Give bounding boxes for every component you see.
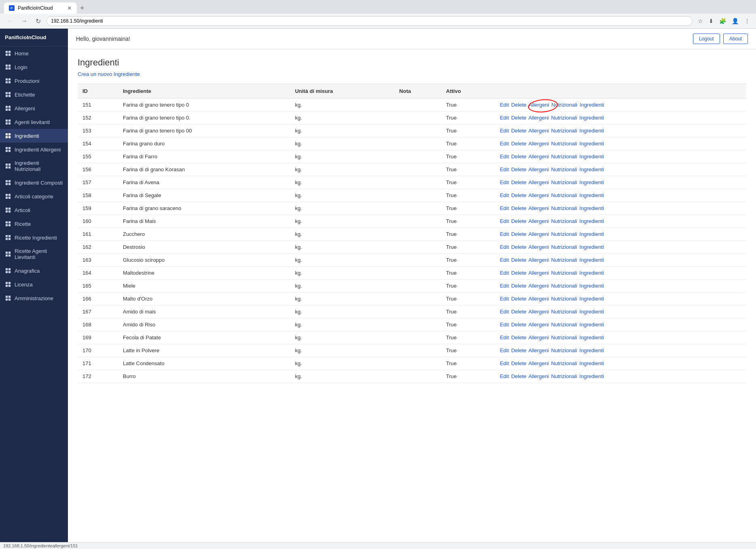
- sidebar-item-anagrafica[interactable]: Anagrafica: [0, 264, 68, 278]
- ingredienti-link[interactable]: Ingredienti: [579, 360, 604, 366]
- sidebar-item-ricette-ingredienti[interactable]: Ricette Ingredienti: [0, 231, 68, 244]
- edit-link[interactable]: Edit: [500, 179, 509, 185]
- delete-link[interactable]: Delete: [511, 205, 526, 211]
- delete-link[interactable]: Delete: [511, 102, 526, 108]
- sidebar-item-articoli[interactable]: Articoli: [0, 203, 68, 217]
- edit-link[interactable]: Edit: [500, 373, 509, 379]
- delete-link[interactable]: Delete: [511, 296, 526, 302]
- nutrizionali-link[interactable]: Nutrizionali: [551, 166, 577, 172]
- create-link[interactable]: Crea un nuovo Ingrediente: [78, 71, 140, 77]
- sidebar-item-ingredienti-allergeni[interactable]: Ingredienti Allergeni: [0, 143, 68, 156]
- logout-button[interactable]: Logout: [693, 34, 720, 44]
- ingredienti-link[interactable]: Ingredienti: [579, 218, 604, 224]
- nutrizionali-link[interactable]: Nutrizionali: [551, 141, 577, 147]
- nutrizionali-link[interactable]: Nutrizionali: [551, 218, 577, 224]
- allergeni-link[interactable]: Allergeni: [528, 128, 549, 134]
- delete-link[interactable]: Delete: [511, 334, 526, 341]
- allergeni-link[interactable]: Allergeni: [528, 179, 549, 185]
- ingredienti-link[interactable]: Ingredienti: [579, 270, 604, 276]
- sidebar-item-articoli-categorie[interactable]: Articoli categorie: [0, 189, 68, 203]
- edit-link[interactable]: Edit: [500, 270, 509, 276]
- edit-link[interactable]: Edit: [500, 309, 509, 315]
- allergeni-link[interactable]: Allergeni: [528, 270, 549, 276]
- ingredienti-link[interactable]: Ingredienti: [579, 115, 604, 121]
- delete-link[interactable]: Delete: [511, 322, 526, 328]
- delete-link[interactable]: Delete: [511, 179, 526, 185]
- edit-link[interactable]: Edit: [500, 244, 509, 250]
- sidebar-item-amministrazione[interactable]: Amministrazione: [0, 291, 68, 305]
- allergeni-link[interactable]: Allergeni: [528, 360, 549, 366]
- edit-link[interactable]: Edit: [500, 205, 509, 211]
- delete-link[interactable]: Delete: [511, 283, 526, 289]
- edit-link[interactable]: Edit: [500, 347, 509, 353]
- forward-button[interactable]: →: [19, 17, 30, 25]
- ingredienti-link[interactable]: Ingredienti: [579, 373, 604, 379]
- ingredienti-link[interactable]: Ingredienti: [579, 166, 604, 172]
- allergeni-link[interactable]: Allergeni: [528, 334, 549, 341]
- edit-link[interactable]: Edit: [500, 102, 509, 108]
- delete-link[interactable]: Delete: [511, 257, 526, 263]
- ingredienti-link[interactable]: Ingredienti: [579, 154, 604, 160]
- edit-link[interactable]: Edit: [500, 283, 509, 289]
- allergeni-link[interactable]: Allergeni: [528, 244, 549, 250]
- allergeni-link[interactable]: Allergeni: [528, 257, 549, 263]
- delete-link[interactable]: Delete: [511, 360, 526, 366]
- sidebar-item-agenti-lievitanti[interactable]: Agenti lievitanti: [0, 115, 68, 129]
- delete-link[interactable]: Delete: [511, 154, 526, 160]
- allergeni-link[interactable]: Allergeni: [528, 205, 549, 211]
- delete-link[interactable]: Delete: [511, 128, 526, 134]
- allergeni-link[interactable]: Allergeni: [528, 322, 549, 328]
- nutrizionali-link[interactable]: Nutrizionali: [551, 270, 577, 276]
- nutrizionali-link[interactable]: Nutrizionali: [551, 244, 577, 250]
- delete-link[interactable]: Delete: [511, 192, 526, 198]
- nutrizionali-link[interactable]: Nutrizionali: [551, 231, 577, 237]
- ingredienti-link[interactable]: Ingredienti: [579, 334, 604, 341]
- delete-link[interactable]: Delete: [511, 218, 526, 224]
- nutrizionali-link[interactable]: Nutrizionali: [551, 154, 577, 160]
- ingredienti-link[interactable]: Ingredienti: [580, 102, 604, 108]
- allergeni-link[interactable]: Allergeni: [528, 373, 549, 379]
- sidebar-item-login[interactable]: Login: [0, 60, 68, 74]
- allergeni-link[interactable]: Allergeni: [528, 218, 549, 224]
- delete-link[interactable]: Delete: [511, 373, 526, 379]
- ingredienti-link[interactable]: Ingredienti: [579, 179, 604, 185]
- ingredienti-link[interactable]: Ingredienti: [579, 309, 604, 315]
- allergeni-link[interactable]: Allergeni: [529, 102, 549, 108]
- sidebar-item-ricette-agenti-lievitanti[interactable]: Ricette Agenti Lievitanti: [0, 244, 68, 264]
- nutrizionali-link[interactable]: Nutrizionali: [551, 322, 577, 328]
- ingredienti-link[interactable]: Ingredienti: [579, 192, 604, 198]
- new-tab-button[interactable]: +: [77, 4, 88, 13]
- tab-close-button[interactable]: ✕: [67, 5, 72, 11]
- ingredienti-link[interactable]: Ingredienti: [579, 296, 604, 302]
- edit-link[interactable]: Edit: [500, 296, 509, 302]
- delete-link[interactable]: Delete: [511, 347, 526, 353]
- download-button[interactable]: ⬇: [707, 17, 716, 25]
- nutrizionali-link[interactable]: Nutrizionali: [551, 283, 577, 289]
- edit-link[interactable]: Edit: [500, 334, 509, 341]
- edit-link[interactable]: Edit: [500, 218, 509, 224]
- nutrizionali-link[interactable]: Nutrizionali: [551, 102, 577, 108]
- ingredienti-link[interactable]: Ingredienti: [579, 283, 604, 289]
- allergeni-link[interactable]: Allergeni: [528, 347, 549, 353]
- edit-link[interactable]: Edit: [500, 322, 509, 328]
- menu-button[interactable]: ⋮: [742, 17, 752, 25]
- delete-link[interactable]: Delete: [511, 141, 526, 147]
- delete-link[interactable]: Delete: [511, 270, 526, 276]
- allergeni-link[interactable]: Allergeni: [528, 192, 549, 198]
- allergeni-link[interactable]: Allergeni: [528, 141, 549, 147]
- edit-link[interactable]: Edit: [500, 115, 509, 121]
- sidebar-item-ricette[interactable]: Ricette: [0, 217, 68, 231]
- edit-link[interactable]: Edit: [500, 192, 509, 198]
- sidebar-item-etichette[interactable]: Etichette: [0, 88, 68, 101]
- sidebar-item-licenza[interactable]: Licenza: [0, 278, 68, 291]
- allergeni-link[interactable]: Allergeni: [528, 283, 549, 289]
- ingredienti-link[interactable]: Ingredienti: [579, 205, 604, 211]
- sidebar-item-home[interactable]: Home: [0, 46, 68, 60]
- nutrizionali-link[interactable]: Nutrizionali: [551, 296, 577, 302]
- edit-link[interactable]: Edit: [500, 128, 509, 134]
- allergeni-link[interactable]: Allergeni: [528, 154, 549, 160]
- sidebar-item-allergeni[interactable]: Allergeni: [0, 101, 68, 115]
- delete-link[interactable]: Delete: [511, 309, 526, 315]
- nutrizionali-link[interactable]: Nutrizionali: [551, 309, 577, 315]
- nutrizionali-link[interactable]: Nutrizionali: [551, 347, 577, 353]
